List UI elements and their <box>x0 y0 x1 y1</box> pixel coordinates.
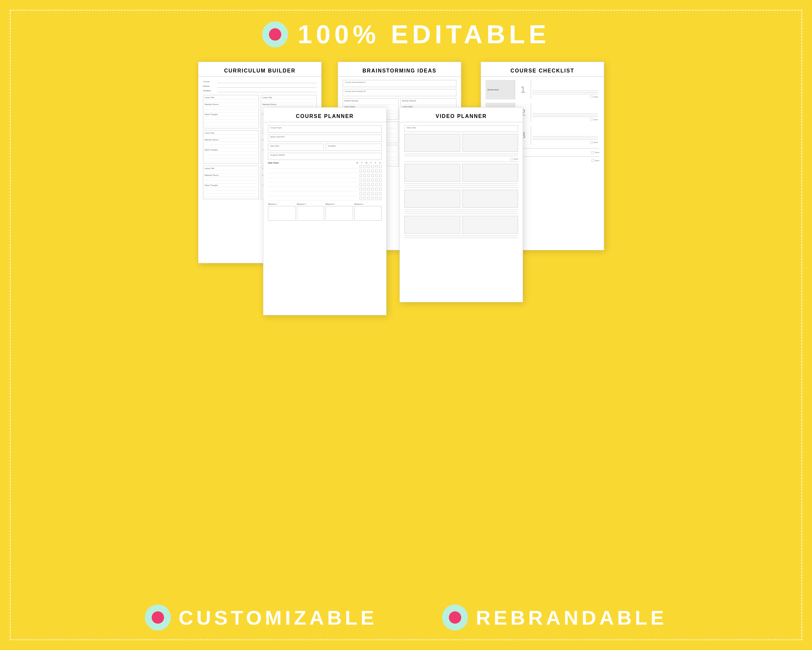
vp-thumb-3b <box>462 190 518 208</box>
version-a-field: Course name Version A: <box>343 80 456 87</box>
day-f: F <box>374 162 377 164</box>
vp-thumb-4a <box>404 216 460 234</box>
milestone-3-label: Milestone 3 <box>325 203 353 205</box>
task-line-1 <box>268 165 358 168</box>
deadline-label: Deadline: <box>203 90 216 92</box>
day-s: S <box>379 162 382 164</box>
milestone-2-label: Milestone 2 <box>297 203 325 205</box>
milestones-section: Milestone 1 Milestone 2 Milestone 3 Mile… <box>268 203 382 221</box>
cl-checkbox-5 <box>591 159 594 162</box>
task-row-7 <box>268 193 382 196</box>
cl-checkbox-1 <box>590 96 593 98</box>
checklist-title: COURSE CHECKLIST <box>481 62 604 77</box>
deadline-line <box>217 89 317 92</box>
cl-checkbox-3 <box>590 141 593 144</box>
vp-thumb-4b <box>462 216 518 234</box>
header-title: 100% EDITABLE <box>298 20 550 49</box>
vp-thumb-2a <box>404 164 460 182</box>
customizable-item: CUSTOMIZABLE <box>145 604 377 630</box>
planner-title: COURSE PLANNER <box>263 107 386 122</box>
day-w: W <box>365 162 368 164</box>
documents-area: CURRICULUM BUILDER Course: Module: Deadl… <box>198 62 614 315</box>
daily-tasks-section: Daily Tasks: M T W T F S <box>268 162 382 200</box>
wiifm-field: Student's WIIFM <box>268 153 382 160</box>
cl-lines-1: Done <box>531 80 599 99</box>
cl-checkbox-2 <box>590 118 593 121</box>
day-m: M <box>356 162 359 164</box>
day-t2: T <box>369 162 372 164</box>
day-t: T <box>360 162 363 164</box>
vp-thumb-1a <box>404 134 460 152</box>
cl-lines-3: Done <box>531 125 599 145</box>
task-row-3 <box>268 174 382 178</box>
video-row-4 <box>404 216 518 234</box>
milestone-3-box <box>325 206 353 221</box>
task-row-8 <box>268 197 382 200</box>
why-field: What is My WHY <box>268 135 382 142</box>
task-row-4 <box>268 179 382 182</box>
video-title-field-1: Video Title: <box>404 125 518 132</box>
header: 100% EDITABLE <box>0 20 812 49</box>
rebrandable-icon-inner <box>449 611 461 624</box>
video-row-2 <box>404 164 518 182</box>
task-row-6 <box>268 188 382 191</box>
milestone-3: Milestone 3 <box>325 203 353 221</box>
planner-card: COURSE PLANNER Course Topic: What is My … <box>263 107 386 315</box>
video-row-3 <box>404 190 518 208</box>
task-row-2 <box>268 170 382 173</box>
cl-checkbox-4 <box>591 151 594 154</box>
header-icon-inner <box>269 28 281 41</box>
lesson-cell-5: Lesson Title Materials /Source Notes/ Th… <box>203 166 259 199</box>
header-icon <box>262 21 288 47</box>
module-label: Module: <box>203 85 216 87</box>
vp-thumb-3a <box>404 190 460 208</box>
lesson-cell-3: Lesson Title Materials /Source Notes/ Th… <box>203 130 259 164</box>
version-b-field: Course name Version B: <box>343 89 456 96</box>
video-planner-card: VIDEO PLANNER Video Title: Done <box>400 107 523 302</box>
milestone-2: Milestone 2 <box>297 203 325 221</box>
milestone-4-label: Milestone 4 <box>354 203 382 205</box>
course-topic-field: Course Topic: <box>268 125 382 133</box>
video-row-1 <box>404 134 518 152</box>
task-row-5 <box>268 183 382 187</box>
rebrandable-item: REBRANDABLE <box>442 604 667 630</box>
curriculum-title: CURRICULUM BUILDER <box>198 62 321 77</box>
customizable-icon <box>145 604 171 630</box>
module-line <box>217 84 317 88</box>
start-date-field: Start Date: <box>268 144 324 151</box>
rebrandable-label: REBRANDABLE <box>476 606 667 629</box>
vp-thumb-2b <box>462 164 518 182</box>
video-body: Video Title: Done <box>400 122 523 243</box>
course-line <box>217 80 317 83</box>
cl-module-label-1: Module Name: <box>485 80 515 99</box>
cl-lines-2: Done <box>531 103 599 122</box>
course-label: Course: <box>203 81 216 83</box>
task-checkboxes-1 <box>360 165 382 168</box>
milestone-1-box <box>268 206 296 221</box>
brainstorm-title: BRAINSTORMING IDEAS <box>338 62 461 77</box>
footer: CUSTOMIZABLE REBRANDABLE <box>0 604 812 630</box>
lesson-cell-1: Lesson Title Materials /Source Notes/ Th… <box>203 95 259 128</box>
milestone-4: Milestone 4 <box>354 203 382 221</box>
checklist-module-1: Module Name: 1 Done <box>485 80 599 99</box>
milestone-4-box <box>354 206 382 221</box>
task-header: Daily Tasks: M T W T F S <box>268 162 382 164</box>
daily-tasks-label: Daily Tasks: <box>268 162 279 164</box>
customizable-icon-inner <box>152 611 164 624</box>
rebrandable-icon <box>442 604 468 630</box>
milestone-1: Milestone 1 <box>268 203 296 221</box>
lesson-title-lbl: Lesson Title <box>205 96 257 99</box>
vp-done-1: Done <box>404 158 518 160</box>
planner-deadline-field: Deadline: <box>326 144 382 151</box>
customizable-label: CUSTOMIZABLE <box>179 606 377 629</box>
video-title: VIDEO PLANNER <box>400 107 523 122</box>
task-row-1 <box>268 165 382 169</box>
vp-thumb-1b <box>462 134 518 152</box>
milestone-2-box <box>297 206 325 221</box>
cl-number-1: 1 <box>515 80 531 99</box>
days-row: M T W T F S <box>356 162 382 164</box>
milestone-1-label: Milestone 1 <box>268 203 296 205</box>
planner-body: Course Topic: What is My WHY Start Date:… <box>263 122 386 224</box>
